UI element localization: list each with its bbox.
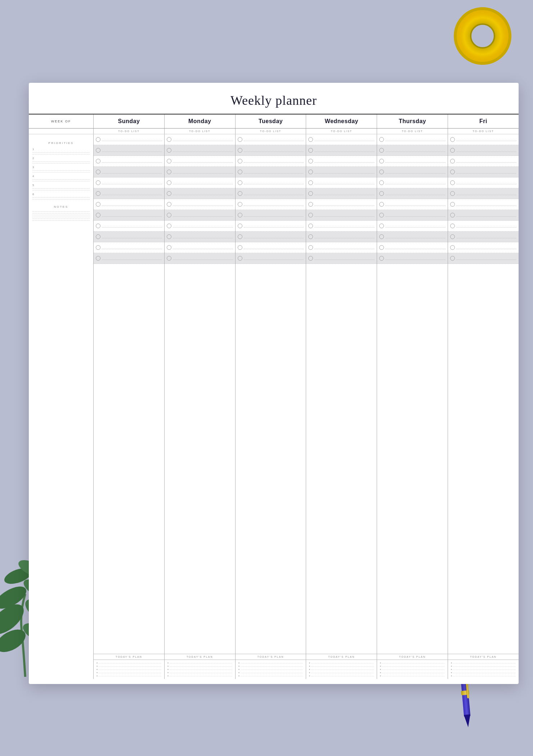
todo-row <box>306 167 377 177</box>
checkbox-circle[interactable] <box>167 180 171 185</box>
checkbox-circle[interactable] <box>238 224 242 228</box>
plan-rows <box>165 660 235 679</box>
checkbox-circle[interactable] <box>379 191 384 196</box>
checkbox-circle[interactable] <box>96 202 100 207</box>
checkbox-circle[interactable] <box>167 148 171 153</box>
checkbox-circle[interactable] <box>238 234 242 239</box>
todo-row <box>165 156 235 167</box>
todo-row <box>94 231 164 242</box>
friday-column: TODAY'S PLAN <box>448 134 519 679</box>
left-column: PRIORITIES 1 2 3 <box>29 134 94 679</box>
checkbox-circle[interactable] <box>450 213 455 217</box>
checkbox-circle[interactable] <box>379 213 384 217</box>
checkbox-circle[interactable] <box>167 170 171 174</box>
checkbox-circle[interactable] <box>167 256 171 261</box>
checkbox-circle[interactable] <box>96 245 100 250</box>
todo-row <box>306 199 377 210</box>
checkbox-circle[interactable] <box>96 170 100 174</box>
checkbox-circle[interactable] <box>96 191 100 196</box>
todo-row <box>236 253 306 264</box>
checkbox-circle[interactable] <box>238 245 242 250</box>
plan-row <box>167 668 232 671</box>
checkbox-circle[interactable] <box>238 202 242 207</box>
checkbox-circle[interactable] <box>308 137 313 142</box>
checkbox-circle[interactable] <box>238 170 242 174</box>
checkbox-circle[interactable] <box>308 191 313 196</box>
todo-row <box>236 188 306 199</box>
checkbox-circle[interactable] <box>167 159 171 163</box>
checkbox-circle[interactable] <box>450 256 455 261</box>
dotted-line <box>32 188 90 189</box>
plan-row <box>451 661 516 665</box>
checkbox-circle[interactable] <box>167 137 171 142</box>
checkbox-circle[interactable] <box>167 224 171 228</box>
plan-row <box>167 671 232 674</box>
checkbox-circle[interactable] <box>450 170 455 174</box>
checkbox-circle[interactable] <box>379 245 384 250</box>
checkbox-circle[interactable] <box>96 224 100 228</box>
checkbox-circle[interactable] <box>450 234 455 239</box>
friday-todo-rows <box>448 134 519 654</box>
todo-row <box>377 210 448 221</box>
checkbox-circle[interactable] <box>308 224 313 228</box>
checkbox-circle[interactable] <box>379 148 384 153</box>
checkbox-circle[interactable] <box>308 148 313 153</box>
checkbox-circle[interactable] <box>450 159 455 163</box>
checkbox-circle[interactable] <box>238 191 242 196</box>
todo-row <box>236 167 306 177</box>
checkbox-circle[interactable] <box>238 213 242 217</box>
checkbox-circle[interactable] <box>379 170 384 174</box>
checkbox-circle[interactable] <box>379 256 384 261</box>
checkbox-circle[interactable] <box>308 245 313 250</box>
checkbox-circle[interactable] <box>96 148 100 153</box>
checkbox-circle[interactable] <box>308 202 313 207</box>
checkbox-circle[interactable] <box>450 245 455 250</box>
checkbox-circle[interactable] <box>379 224 384 228</box>
checkbox-circle[interactable] <box>96 180 100 185</box>
checkbox-circle[interactable] <box>379 159 384 163</box>
checkbox-circle[interactable] <box>379 137 384 142</box>
plan-row <box>167 661 232 665</box>
friday-todo-label: TO-DO LIST <box>448 129 519 134</box>
tuesday-plan-section: TODAY'S PLAN <box>236 654 306 679</box>
sunday-todo-rows <box>94 134 164 654</box>
checkbox-circle[interactable] <box>167 213 171 217</box>
todo-row <box>165 167 235 177</box>
checkbox-circle[interactable] <box>238 180 242 185</box>
checkbox-circle[interactable] <box>379 180 384 185</box>
checkbox-circle[interactable] <box>96 234 100 239</box>
checkbox-circle[interactable] <box>308 180 313 185</box>
checkbox-circle[interactable] <box>238 137 242 142</box>
plan-row <box>309 665 374 668</box>
checkbox-circle[interactable] <box>450 191 455 196</box>
checkbox-circle[interactable] <box>450 202 455 207</box>
checkbox-circle[interactable] <box>308 159 313 163</box>
checkbox-circle[interactable] <box>308 234 313 239</box>
checkbox-circle[interactable] <box>450 148 455 153</box>
checkbox-circle[interactable] <box>96 256 100 261</box>
checkbox-circle[interactable] <box>379 202 384 207</box>
checkbox-circle[interactable] <box>238 148 242 153</box>
checkbox-circle[interactable] <box>379 234 384 239</box>
checkbox-circle[interactable] <box>167 202 171 207</box>
checkbox-circle[interactable] <box>450 180 455 185</box>
checkbox-circle[interactable] <box>167 245 171 250</box>
checkbox-circle[interactable] <box>167 234 171 239</box>
checkbox-circle[interactable] <box>96 213 100 217</box>
checkbox-circle[interactable] <box>238 159 242 163</box>
checkbox-circle[interactable] <box>450 224 455 228</box>
checkbox-circle[interactable] <box>238 256 242 261</box>
today-plan-label: TODAY'S PLAN <box>236 654 306 660</box>
tuesday-todo-rows <box>236 134 306 654</box>
checkbox-circle[interactable] <box>308 170 313 174</box>
planner-grid: WEEK OF Sunday Monday Tuesday Wednesday … <box>29 114 519 679</box>
checkbox-circle[interactable] <box>450 137 455 142</box>
checkbox-circle[interactable] <box>308 213 313 217</box>
plan-row <box>167 674 232 678</box>
todo-row <box>377 231 448 242</box>
checkbox-circle[interactable] <box>96 137 100 142</box>
tuesday-column: TODAY'S PLAN <box>236 134 306 679</box>
checkbox-circle[interactable] <box>167 191 171 196</box>
checkbox-circle[interactable] <box>96 159 100 163</box>
checkbox-circle[interactable] <box>308 256 313 261</box>
